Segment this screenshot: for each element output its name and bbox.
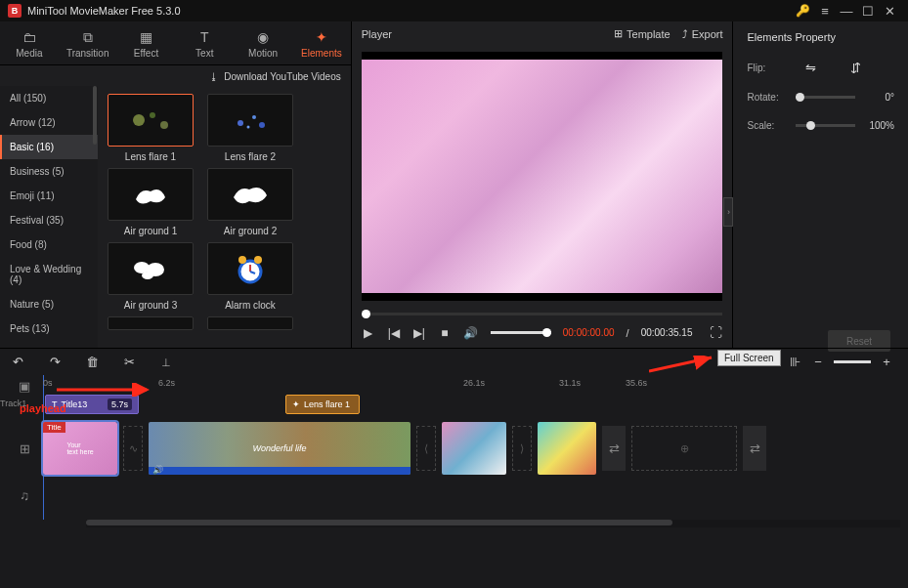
- transition-slot[interactable]: ⟨: [416, 426, 436, 471]
- video-clip-4[interactable]: [538, 422, 596, 475]
- element-clip[interactable]: ✦ Lens flare 1: [285, 395, 360, 414]
- swap-button[interactable]: ⇄: [743, 426, 766, 471]
- volume-icon[interactable]: 🔊: [463, 326, 477, 340]
- video-track-icon: ⊞: [16, 440, 33, 457]
- download-icon: ⭳: [209, 71, 219, 82]
- drop-zone[interactable]: ⊕: [631, 426, 737, 471]
- zoom-slider[interactable]: [834, 360, 871, 363]
- time-current: 00:00:00.00: [563, 327, 615, 338]
- flip-horizontal-button[interactable]: ⇋: [801, 61, 819, 74]
- minimize-button[interactable]: —: [836, 4, 857, 19]
- video-track[interactable]: ⊞ Title Yourtext here ∿ Wonderful life 🔊…: [43, 420, 908, 477]
- video-clip-2[interactable]: Wonderful life 🔊: [149, 422, 411, 475]
- playhead-annotation: playhead: [20, 402, 66, 414]
- swap-button[interactable]: ⇄: [602, 426, 626, 471]
- redo-button[interactable]: ↷: [47, 355, 63, 369]
- next-frame-button[interactable]: ▶|: [412, 326, 426, 340]
- element-thumb: [108, 168, 194, 221]
- element-alarm-clock[interactable]: Alarm clock: [207, 242, 293, 311]
- element-thumb: [207, 94, 293, 147]
- fit-button[interactable]: ▣: [16, 377, 33, 395]
- cat-business[interactable]: Business (5): [0, 159, 98, 184]
- category-scrollbar[interactable]: [93, 86, 97, 145]
- scale-label: Scale:: [747, 120, 788, 131]
- stop-button[interactable]: ■: [438, 326, 452, 340]
- zoom-in-button[interactable]: +: [879, 355, 894, 369]
- crop-button[interactable]: ⟂: [158, 355, 174, 369]
- transition-icon: ⧉: [63, 29, 113, 45]
- app-title: MiniTool MovieMaker Free 5.3.0: [27, 5, 796, 17]
- fullscreen-button[interactable]: ⛶: [710, 325, 722, 340]
- text-icon: T: [179, 29, 230, 45]
- seek-bar[interactable]: [362, 313, 723, 315]
- element-air-ground-1[interactable]: Air ground 1: [108, 168, 194, 236]
- play-button[interactable]: ▶: [362, 326, 375, 340]
- svg-point-6: [247, 126, 250, 129]
- time-ruler[interactable]: ▣ 0s 6.2s 26.1s 31.1s 35.6s: [43, 375, 908, 393]
- time-duration: 00:00:35.15: [641, 327, 693, 338]
- expand-props-button[interactable]: ›: [723, 197, 733, 227]
- props-title: Elements Property: [747, 31, 894, 43]
- svg-point-5: [259, 122, 265, 128]
- cat-nature[interactable]: Nature (5): [0, 292, 98, 316]
- text-track[interactable]: Track1 T Title13 5.7s ✦ Lens flare 1: [43, 393, 908, 416]
- audio-icon: 🔊: [152, 465, 163, 475]
- element-air-ground-3[interactable]: Air ground 3: [108, 242, 194, 311]
- activate-icon[interactable]: 🔑: [796, 4, 810, 18]
- scale-slider[interactable]: [796, 124, 855, 127]
- video-preview[interactable]: [362, 52, 723, 301]
- zoom-out-button[interactable]: −: [810, 355, 826, 369]
- player-title: Player: [362, 28, 392, 40]
- elements-grid: Lens flare 1 Lens flare 2 Air ground 1 A…: [98, 86, 351, 348]
- element-air-ground-2[interactable]: Air ground 2: [207, 168, 293, 236]
- tab-media[interactable]: 🗀Media: [0, 21, 59, 64]
- cat-food[interactable]: Food (8): [0, 232, 98, 257]
- audio-track[interactable]: ♫: [43, 486, 908, 518]
- rotate-slider[interactable]: [796, 96, 855, 99]
- split-button[interactable]: ✂: [121, 355, 137, 369]
- transition-slot[interactable]: ⟩: [512, 426, 532, 471]
- tab-elements[interactable]: ✦Elements: [292, 21, 351, 64]
- tab-motion[interactable]: ◉Motion: [234, 21, 292, 64]
- element-partial[interactable]: [108, 316, 194, 330]
- effect-icon: ▦: [121, 29, 172, 45]
- cat-props[interactable]: Props (20): [0, 341, 98, 348]
- cat-basic[interactable]: Basic (16): [0, 135, 98, 159]
- undo-button[interactable]: ↶: [10, 355, 25, 369]
- element-thumb: [207, 242, 293, 295]
- export-button[interactable]: ⤴Export: [682, 28, 723, 40]
- library-panel: 🗀Media ⧉Transition ▦Effect TText ◉Motion…: [0, 21, 352, 348]
- cat-pets[interactable]: Pets (13): [0, 316, 98, 341]
- timeline-panel: ↶ ↷ 🗑 ✂ ⟂ ⊪ − + ▣ 0s 6.2s 26.1s 31.1s 35…: [0, 348, 908, 527]
- download-youtube-link[interactable]: ⭳Download YouTube Videos: [0, 65, 351, 86]
- volume-slider[interactable]: [491, 331, 551, 334]
- cat-arrow[interactable]: Arrow (12): [0, 110, 98, 135]
- elements-icon: ✦: [296, 29, 347, 45]
- close-button[interactable]: ✕: [879, 4, 900, 19]
- tab-text[interactable]: TText: [175, 21, 234, 64]
- tab-transition[interactable]: ⧉Transition: [59, 21, 117, 64]
- element-lens-flare-1[interactable]: Lens flare 1: [108, 94, 194, 162]
- video-clip-1[interactable]: Title Yourtext here: [43, 422, 117, 475]
- folder-icon: 🗀: [4, 29, 55, 45]
- transition-slot[interactable]: ∿: [123, 426, 143, 471]
- cat-all[interactable]: All (150): [0, 86, 98, 110]
- menu-icon[interactable]: ≡: [814, 4, 836, 19]
- maximize-button[interactable]: ☐: [857, 4, 879, 19]
- svg-point-12: [254, 256, 262, 264]
- template-button[interactable]: ⊞Template: [614, 27, 670, 40]
- flip-vertical-button[interactable]: ⇵: [846, 61, 864, 74]
- timeline: ▣ 0s 6.2s 26.1s 31.1s 35.6s Track1 T Tit…: [0, 375, 908, 527]
- element-lens-flare-2[interactable]: Lens flare 2: [207, 94, 293, 162]
- video-clip-3[interactable]: [442, 422, 506, 475]
- properties-panel: Elements Property Flip: ⇋ ⇵ Rotate: 0° S…: [733, 21, 908, 348]
- delete-button[interactable]: 🗑: [84, 355, 100, 369]
- cat-love[interactable]: Love & Wedding (4): [0, 257, 98, 292]
- prev-frame-button[interactable]: |◀: [387, 326, 401, 340]
- tab-effect[interactable]: ▦Effect: [117, 21, 176, 64]
- cat-festival[interactable]: Festival (35): [0, 208, 98, 232]
- speed-icon[interactable]: ⊪: [787, 355, 802, 369]
- timeline-scrollbar[interactable]: [86, 520, 900, 527]
- cat-emoji[interactable]: Emoji (11): [0, 184, 98, 208]
- music-track-icon: ♫: [16, 486, 33, 504]
